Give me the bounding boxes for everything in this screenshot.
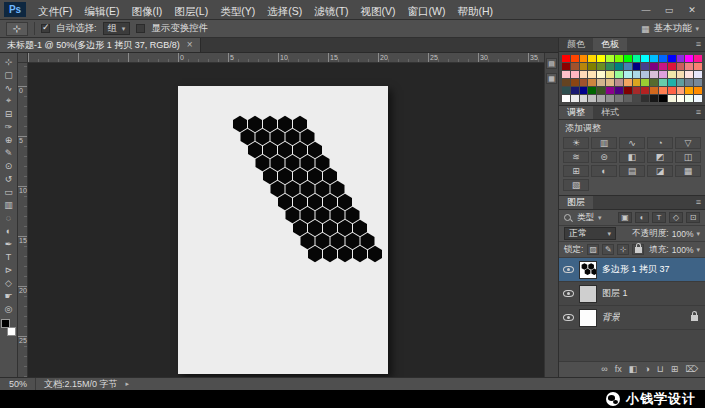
- color-swatch[interactable]: [694, 79, 702, 86]
- shape-tool[interactable]: ◇: [1, 276, 17, 289]
- tab-close-icon[interactable]: ×: [187, 40, 193, 50]
- color-swatch[interactable]: [624, 71, 632, 78]
- workspace-switcher[interactable]: ▦ 基本功能 ▾: [641, 22, 699, 35]
- color-swatch[interactable]: [633, 63, 641, 70]
- link-layers-icon[interactable]: ∞: [601, 365, 607, 374]
- color-swatch[interactable]: [694, 95, 702, 102]
- color-swatch[interactable]: [659, 95, 667, 102]
- brush-tool[interactable]: ✎: [1, 146, 17, 159]
- filter-smart-objects-icon[interactable]: ⊡: [686, 212, 700, 223]
- new-layer-icon[interactable]: ⊞: [671, 365, 679, 374]
- color-swatch[interactable]: [562, 79, 570, 86]
- filter-adjustment-layers-icon[interactable]: ◐: [635, 212, 649, 223]
- pen-tool[interactable]: ✒: [1, 237, 17, 250]
- menu-item[interactable]: 类型(Y): [214, 5, 261, 17]
- lock-position-icon[interactable]: ⊹: [617, 244, 629, 255]
- color-swatch[interactable]: [650, 63, 658, 70]
- color-swatch[interactable]: [597, 63, 605, 70]
- color-swatch[interactable]: [615, 55, 623, 62]
- color-swatch[interactable]: [633, 79, 641, 86]
- color-swatch[interactable]: [606, 79, 614, 86]
- gradient-tool[interactable]: ▥: [1, 198, 17, 211]
- color-swatch[interactable]: [685, 71, 693, 78]
- color-swatch[interactable]: [615, 63, 623, 70]
- menu-item[interactable]: 帮助(H): [452, 5, 500, 17]
- healing-brush-tool[interactable]: ⊕: [1, 133, 17, 146]
- color-swatch[interactable]: [659, 71, 667, 78]
- black-white-icon[interactable]: ◧: [619, 151, 645, 163]
- color-swatch[interactable]: [571, 55, 579, 62]
- show-transform-checkbox[interactable]: [136, 24, 145, 33]
- eyedropper-tool[interactable]: ✑: [1, 120, 17, 133]
- color-swatch[interactable]: [677, 79, 685, 86]
- quick-selection-tool[interactable]: ⌖: [1, 94, 17, 107]
- color-swatch[interactable]: [685, 55, 693, 62]
- channel-mixer-icon[interactable]: ◫: [675, 151, 701, 163]
- color-swatch[interactable]: [562, 87, 570, 94]
- zoom-level[interactable]: 50%: [9, 379, 27, 389]
- color-swatch[interactable]: [606, 87, 614, 94]
- levels-icon[interactable]: ▥: [591, 137, 617, 149]
- invert-icon[interactable]: ◐: [591, 165, 617, 177]
- marquee-tool[interactable]: ▢: [1, 68, 17, 81]
- document-tab[interactable]: 未标题-1 @ 50%(多边形 1 拷贝 37, RGB/8) ×: [0, 38, 201, 52]
- clone-stamp-tool[interactable]: ⊙: [1, 159, 17, 172]
- color-swatch[interactable]: [615, 95, 623, 102]
- color-swatch[interactable]: [562, 95, 570, 102]
- color-swatch[interactable]: [580, 55, 588, 62]
- color-swatch[interactable]: [650, 95, 658, 102]
- color-swatch[interactable]: [580, 71, 588, 78]
- hue-saturation-icon[interactable]: ≋: [563, 151, 589, 163]
- menu-item[interactable]: 图像(I): [125, 5, 168, 17]
- color-swatch[interactable]: [571, 79, 579, 86]
- delete-layer-icon[interactable]: ⌦: [685, 365, 698, 374]
- opacity-control[interactable]: 不透明度: 100% ▾: [632, 228, 700, 240]
- color-swatch[interactable]: [562, 63, 570, 70]
- color-swatch[interactable]: [624, 79, 632, 86]
- layer-effects-icon[interactable]: fx: [615, 365, 622, 374]
- color-swatch[interactable]: [571, 87, 579, 94]
- color-swatch[interactable]: [633, 55, 641, 62]
- layer-row[interactable]: 背景: [559, 306, 705, 330]
- color-swatch[interactable]: [668, 95, 676, 102]
- menu-item[interactable]: 滤镜(T): [308, 5, 354, 17]
- color-balance-icon[interactable]: ⊜: [591, 151, 617, 163]
- blur-tool[interactable]: ◌: [1, 211, 17, 224]
- background-color-chip[interactable]: [7, 327, 16, 336]
- color-swatch[interactable]: [650, 71, 658, 78]
- move-tool[interactable]: ⊹: [1, 55, 17, 68]
- new-group-icon[interactable]: ⊔: [657, 365, 664, 374]
- color-swatch[interactable]: [588, 95, 596, 102]
- color-swatch[interactable]: [588, 63, 596, 70]
- color-swatch[interactable]: [641, 87, 649, 94]
- lock-image-pixels-icon[interactable]: ✎: [602, 244, 614, 255]
- color-swatch[interactable]: [685, 63, 693, 70]
- color-swatch[interactable]: [597, 79, 605, 86]
- layer-row[interactable]: 图层 1: [559, 282, 705, 306]
- color-swatch[interactable]: [615, 87, 623, 94]
- curves-icon[interactable]: ∿: [619, 137, 645, 149]
- color-swatch[interactable]: [606, 95, 614, 102]
- color-swatch[interactable]: [571, 71, 579, 78]
- new-adjustment-layer-icon[interactable]: ◑: [644, 365, 649, 374]
- color-swatch[interactable]: [615, 71, 623, 78]
- layer-row[interactable]: 多边形 1 拷贝 37: [559, 258, 705, 282]
- color-swatch[interactable]: [641, 95, 649, 102]
- color-swatch[interactable]: [606, 55, 614, 62]
- visibility-eye-icon[interactable]: [563, 266, 574, 273]
- color-swatch[interactable]: [624, 63, 632, 70]
- color-swatch[interactable]: [668, 71, 676, 78]
- color-swatch[interactable]: [685, 95, 693, 102]
- color-swatch[interactable]: [597, 95, 605, 102]
- color-swatch[interactable]: [571, 95, 579, 102]
- exposure-icon[interactable]: ◔: [647, 137, 673, 149]
- color-swatch[interactable]: [580, 63, 588, 70]
- color-swatch[interactable]: [659, 63, 667, 70]
- filter-pixel-layers-icon[interactable]: ▣: [618, 212, 632, 223]
- panel-menu-icon[interactable]: ≡: [696, 197, 701, 207]
- document-canvas[interactable]: [178, 86, 388, 374]
- color-swatch[interactable]: [694, 87, 702, 94]
- canvas-area[interactable]: [28, 63, 544, 377]
- menu-item[interactable]: 图层(L): [168, 5, 214, 17]
- color-swatch[interactable]: [685, 79, 693, 86]
